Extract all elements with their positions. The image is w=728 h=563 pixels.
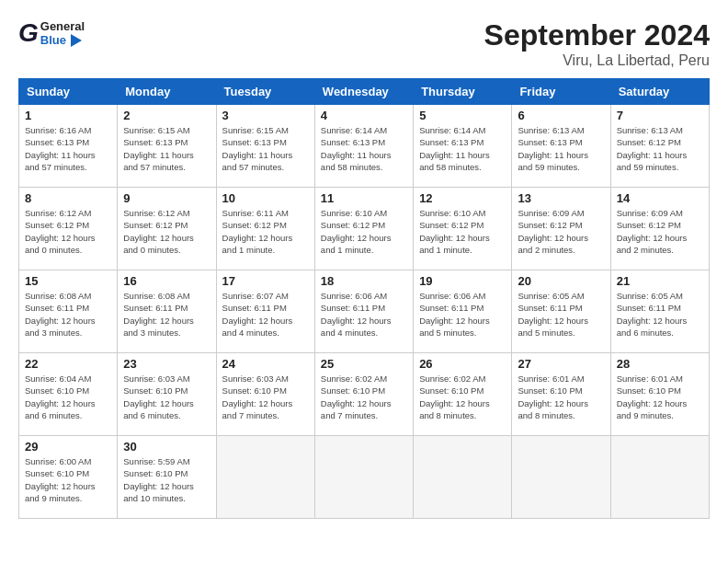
day-info: Sunrise: 6:11 AMSunset: 6:12 PMDaylight:… (222, 207, 309, 256)
logo: G General Blue (18, 18, 85, 48)
day-number: 1 (25, 109, 111, 122)
calendar-cell: 14Sunrise: 6:09 AMSunset: 6:12 PMDayligh… (610, 188, 709, 270)
day-info: Sunrise: 6:05 AMSunset: 6:11 PMDaylight:… (518, 290, 604, 339)
calendar-cell: 15Sunrise: 6:08 AMSunset: 6:11 PMDayligh… (19, 270, 118, 353)
day-number: 14 (617, 191, 703, 205)
calendar-cell: 12Sunrise: 6:10 AMSunset: 6:12 PMDayligh… (414, 188, 512, 270)
day-info: Sunrise: 6:08 AMSunset: 6:11 PMDaylight:… (123, 290, 210, 339)
page-header: G General Blue September 2024 Viru, La L… (18, 18, 710, 69)
day-info: Sunrise: 6:07 AMSunset: 6:11 PMDaylight:… (222, 290, 309, 339)
day-number: 5 (419, 109, 506, 122)
calendar-week-row: 29Sunrise: 6:00 AMSunset: 6:10 PMDayligh… (19, 436, 710, 519)
calendar-cell: 20Sunrise: 6:05 AMSunset: 6:11 PMDayligh… (512, 270, 610, 353)
day-number: 15 (25, 274, 111, 288)
calendar-cell (512, 436, 610, 519)
day-info: Sunrise: 6:05 AMSunset: 6:11 PMDaylight:… (617, 290, 703, 339)
day-info: Sunrise: 6:15 AMSunset: 6:13 PMDaylight:… (123, 124, 210, 173)
day-number: 28 (617, 357, 703, 371)
day-number: 7 (617, 109, 703, 122)
day-number: 20 (518, 274, 604, 288)
calendar-cell: 6Sunrise: 6:13 AMSunset: 6:13 PMDaylight… (512, 105, 610, 188)
day-info: Sunrise: 6:10 AMSunset: 6:12 PMDaylight:… (419, 207, 506, 256)
calendar-cell: 21Sunrise: 6:05 AMSunset: 6:11 PMDayligh… (610, 270, 709, 353)
calendar-cell: 7Sunrise: 6:13 AMSunset: 6:12 PMDaylight… (610, 105, 709, 188)
day-info: Sunrise: 6:14 AMSunset: 6:13 PMDaylight:… (419, 124, 506, 173)
calendar-cell: 10Sunrise: 6:11 AMSunset: 6:12 PMDayligh… (216, 188, 314, 270)
day-number: 12 (419, 191, 506, 205)
calendar-cell: 2Sunrise: 6:15 AMSunset: 6:13 PMDaylight… (118, 105, 216, 188)
day-number: 23 (123, 357, 210, 371)
day-number: 25 (321, 357, 407, 371)
day-info: Sunrise: 5:59 AMSunset: 6:10 PMDaylight:… (123, 455, 210, 504)
calendar-cell: 29Sunrise: 6:00 AMSunset: 6:10 PMDayligh… (19, 436, 118, 519)
logo-general-text: General (40, 20, 85, 34)
weekday-header-thursday: Thursday (414, 79, 512, 105)
calendar-cell: 26Sunrise: 6:02 AMSunset: 6:10 PMDayligh… (414, 353, 512, 436)
day-number: 13 (518, 191, 604, 205)
day-number: 30 (123, 440, 210, 454)
day-number: 27 (518, 357, 604, 371)
calendar-cell: 1Sunrise: 6:16 AMSunset: 6:13 PMDaylight… (19, 105, 118, 188)
weekday-header-sunday: Sunday (19, 79, 118, 105)
calendar-week-row: 8Sunrise: 6:12 AMSunset: 6:12 PMDaylight… (19, 188, 710, 270)
day-info: Sunrise: 6:13 AMSunset: 6:12 PMDaylight:… (617, 124, 703, 173)
calendar-cell: 30Sunrise: 5:59 AMSunset: 6:10 PMDayligh… (118, 436, 216, 519)
day-info: Sunrise: 6:14 AMSunset: 6:13 PMDaylight:… (321, 124, 407, 173)
day-number: 29 (25, 440, 111, 454)
day-info: Sunrise: 6:04 AMSunset: 6:10 PMDaylight:… (25, 373, 111, 421)
day-info: Sunrise: 6:03 AMSunset: 6:10 PMDaylight:… (123, 373, 210, 421)
day-info: Sunrise: 6:15 AMSunset: 6:13 PMDaylight:… (222, 124, 309, 173)
day-info: Sunrise: 6:02 AMSunset: 6:10 PMDaylight:… (419, 373, 506, 421)
day-info: Sunrise: 6:10 AMSunset: 6:12 PMDaylight:… (321, 207, 407, 256)
logo-arrow-icon (71, 34, 82, 47)
logo-g-letter: G (18, 18, 39, 47)
calendar-cell: 19Sunrise: 6:06 AMSunset: 6:11 PMDayligh… (414, 270, 512, 353)
day-info: Sunrise: 6:13 AMSunset: 6:13 PMDaylight:… (518, 124, 604, 173)
calendar-cell: 8Sunrise: 6:12 AMSunset: 6:12 PMDaylight… (19, 188, 118, 270)
calendar-cell: 16Sunrise: 6:08 AMSunset: 6:11 PMDayligh… (118, 270, 216, 353)
logo-blue-text: Blue (40, 34, 66, 48)
calendar-cell: 9Sunrise: 6:12 AMSunset: 6:12 PMDaylight… (118, 188, 216, 270)
calendar-cell: 24Sunrise: 6:03 AMSunset: 6:10 PMDayligh… (216, 353, 314, 436)
day-number: 17 (222, 274, 309, 288)
day-info: Sunrise: 6:12 AMSunset: 6:12 PMDaylight:… (123, 207, 210, 256)
day-number: 10 (222, 191, 309, 205)
day-number: 26 (419, 357, 506, 371)
calendar-table: SundayMondayTuesdayWednesdayThursdayFrid… (18, 78, 710, 519)
location-subtitle: Viru, La Libertad, Peru (484, 52, 710, 69)
day-number: 11 (321, 191, 407, 205)
title-block: September 2024 Viru, La Libertad, Peru (484, 18, 710, 69)
weekday-header-friday: Friday (512, 79, 610, 105)
day-info: Sunrise: 6:01 AMSunset: 6:10 PMDaylight:… (617, 373, 703, 421)
calendar-cell: 11Sunrise: 6:10 AMSunset: 6:12 PMDayligh… (314, 188, 413, 270)
calendar-cell: 22Sunrise: 6:04 AMSunset: 6:10 PMDayligh… (19, 353, 118, 436)
day-info: Sunrise: 6:01 AMSunset: 6:10 PMDaylight:… (518, 373, 604, 421)
weekday-header-wednesday: Wednesday (314, 79, 413, 105)
calendar-cell: 5Sunrise: 6:14 AMSunset: 6:13 PMDaylight… (414, 105, 512, 188)
calendar-cell: 23Sunrise: 6:03 AMSunset: 6:10 PMDayligh… (118, 353, 216, 436)
calendar-week-row: 1Sunrise: 6:16 AMSunset: 6:13 PMDaylight… (19, 105, 710, 188)
calendar-cell: 18Sunrise: 6:06 AMSunset: 6:11 PMDayligh… (314, 270, 413, 353)
weekday-header-monday: Monday (118, 79, 216, 105)
weekday-header-tuesday: Tuesday (216, 79, 314, 105)
weekday-header-row: SundayMondayTuesdayWednesdayThursdayFrid… (19, 79, 710, 105)
calendar-cell: 28Sunrise: 6:01 AMSunset: 6:10 PMDayligh… (610, 353, 709, 436)
weekday-header-saturday: Saturday (610, 79, 709, 105)
calendar-cell: 25Sunrise: 6:02 AMSunset: 6:10 PMDayligh… (314, 353, 413, 436)
day-info: Sunrise: 6:03 AMSunset: 6:10 PMDaylight:… (222, 373, 309, 421)
day-number: 3 (222, 109, 309, 122)
calendar-cell (414, 436, 512, 519)
calendar-week-row: 15Sunrise: 6:08 AMSunset: 6:11 PMDayligh… (19, 270, 710, 353)
day-number: 19 (419, 274, 506, 288)
day-info: Sunrise: 6:06 AMSunset: 6:11 PMDaylight:… (321, 290, 407, 339)
day-number: 6 (518, 109, 604, 122)
calendar-cell: 4Sunrise: 6:14 AMSunset: 6:13 PMDaylight… (314, 105, 413, 188)
day-number: 24 (222, 357, 309, 371)
day-number: 21 (617, 274, 703, 288)
day-info: Sunrise: 6:12 AMSunset: 6:12 PMDaylight:… (25, 207, 111, 256)
day-number: 8 (25, 191, 111, 205)
day-info: Sunrise: 6:09 AMSunset: 6:12 PMDaylight:… (518, 207, 604, 256)
calendar-cell (314, 436, 413, 519)
calendar-cell (216, 436, 314, 519)
day-number: 2 (123, 109, 210, 122)
